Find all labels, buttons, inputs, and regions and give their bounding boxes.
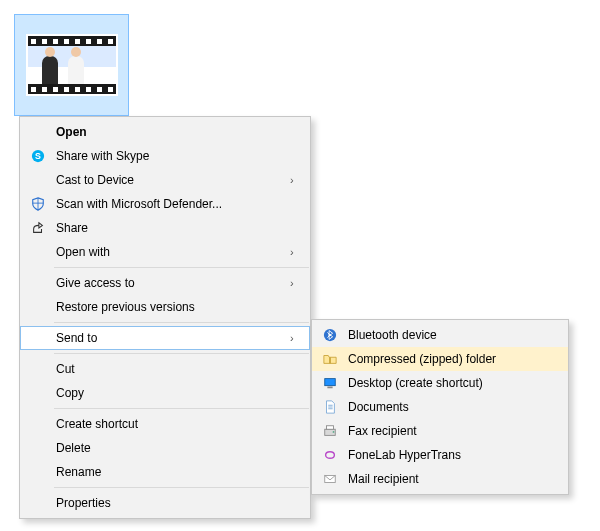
blank-icon [28, 361, 48, 377]
blank-icon [28, 330, 48, 346]
blank-icon [28, 495, 48, 511]
menu-item-label: Cut [48, 362, 300, 376]
menu-item-label: Properties [48, 496, 300, 510]
menu-properties[interactable]: Properties [20, 491, 310, 515]
submenu-item-label: Fax recipient [340, 424, 558, 438]
submenu-compressed-folder[interactable]: Compressed (zipped) folder [312, 347, 568, 371]
menu-separator [54, 353, 309, 354]
selected-video-file[interactable] [14, 14, 129, 116]
menu-item-label: Open with [48, 245, 290, 259]
menu-item-label: Create shortcut [48, 417, 300, 431]
zip-folder-icon [320, 351, 340, 367]
chevron-right-icon: › [290, 174, 300, 186]
blank-icon [28, 299, 48, 315]
bluetooth-icon [320, 327, 340, 343]
menu-delete[interactable]: Delete [20, 436, 310, 460]
menu-item-label: Rename [48, 465, 300, 479]
menu-give-access-to[interactable]: Give access to › [20, 271, 310, 295]
document-icon [320, 399, 340, 415]
share-icon [28, 220, 48, 236]
submenu-desktop-shortcut[interactable]: Desktop (create shortcut) [312, 371, 568, 395]
menu-item-label: Share [48, 221, 300, 235]
menu-cut[interactable]: Cut [20, 357, 310, 381]
blank-icon [28, 172, 48, 188]
submenu-item-label: FoneLab HyperTrans [340, 448, 558, 462]
chevron-right-icon: › [290, 277, 300, 289]
menu-item-label: Scan with Microsoft Defender... [48, 197, 300, 211]
svg-rect-7 [327, 387, 332, 389]
menu-open-with[interactable]: Open with › [20, 240, 310, 264]
menu-open[interactable]: Open [20, 120, 310, 144]
context-menu: Open S Share with Skype Cast to Device ›… [19, 116, 311, 519]
blank-icon [28, 244, 48, 260]
submenu-item-label: Compressed (zipped) folder [340, 352, 558, 366]
shield-icon [28, 196, 48, 212]
menu-create-shortcut[interactable]: Create shortcut [20, 412, 310, 436]
mail-icon [320, 471, 340, 487]
menu-item-label: Restore previous versions [48, 300, 300, 314]
menu-rename[interactable]: Rename [20, 460, 310, 484]
submenu-mail-recipient[interactable]: Mail recipient [312, 467, 568, 491]
chevron-right-icon: › [290, 246, 300, 258]
menu-item-label: Share with Skype [48, 149, 300, 163]
menu-item-label: Send to [48, 331, 290, 345]
blank-icon [28, 464, 48, 480]
submenu-documents[interactable]: Documents [312, 395, 568, 419]
video-thumbnail [26, 34, 118, 96]
chevron-right-icon: › [290, 332, 300, 344]
fax-icon [320, 423, 340, 439]
menu-copy[interactable]: Copy [20, 381, 310, 405]
menu-item-label: Copy [48, 386, 300, 400]
menu-separator [54, 322, 309, 323]
menu-item-label: Open [48, 125, 300, 139]
svg-text:S: S [35, 151, 41, 161]
menu-send-to[interactable]: Send to › [20, 326, 310, 350]
send-to-submenu: Bluetooth device Compressed (zipped) fol… [311, 319, 569, 495]
submenu-fonelab-hypertrans[interactable]: FoneLab HyperTrans [312, 443, 568, 467]
submenu-item-label: Documents [340, 400, 558, 414]
menu-item-label: Give access to [48, 276, 290, 290]
menu-separator [54, 487, 309, 488]
menu-share[interactable]: Share [20, 216, 310, 240]
submenu-item-label: Bluetooth device [340, 328, 558, 342]
hypertrans-icon [320, 447, 340, 463]
menu-separator [54, 408, 309, 409]
menu-item-label: Delete [48, 441, 300, 455]
desktop-icon [320, 375, 340, 391]
skype-icon: S [28, 148, 48, 164]
menu-share-skype[interactable]: S Share with Skype [20, 144, 310, 168]
svg-rect-12 [327, 426, 334, 430]
blank-icon [28, 385, 48, 401]
menu-item-label: Cast to Device [48, 173, 290, 187]
blank-icon [28, 416, 48, 432]
submenu-bluetooth-device[interactable]: Bluetooth device [312, 323, 568, 347]
submenu-item-label: Desktop (create shortcut) [340, 376, 558, 390]
menu-cast-to-device[interactable]: Cast to Device › [20, 168, 310, 192]
submenu-fax-recipient[interactable]: Fax recipient [312, 419, 568, 443]
blank-icon [28, 124, 48, 140]
svg-point-13 [333, 431, 335, 433]
svg-rect-5 [329, 357, 331, 363]
blank-icon [28, 440, 48, 456]
submenu-item-label: Mail recipient [340, 472, 558, 486]
menu-scan-defender[interactable]: Scan with Microsoft Defender... [20, 192, 310, 216]
svg-rect-6 [325, 379, 336, 386]
blank-icon [28, 275, 48, 291]
menu-restore-previous-versions[interactable]: Restore previous versions [20, 295, 310, 319]
menu-separator [54, 267, 309, 268]
